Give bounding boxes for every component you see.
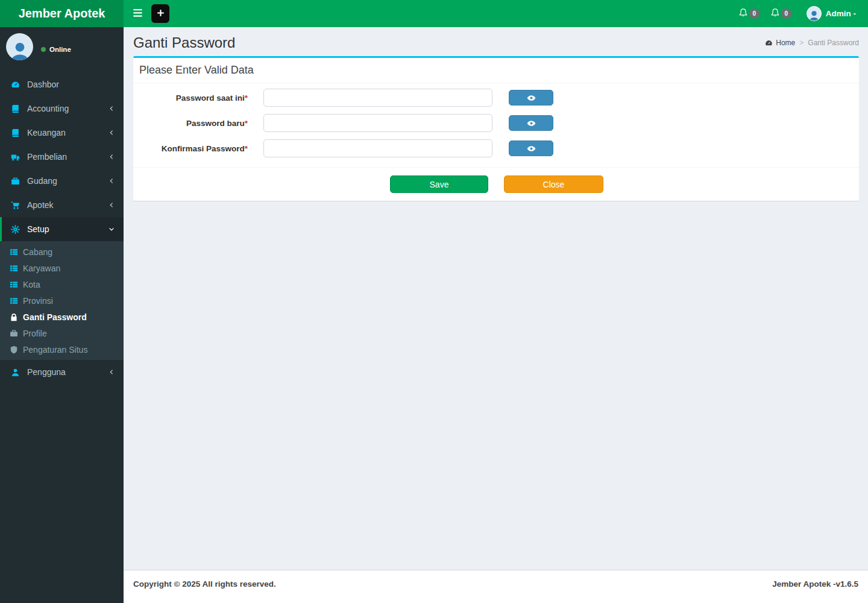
chevron-left-icon	[108, 106, 115, 112]
required-mark: *	[245, 144, 248, 153]
sidebar-item-apotek[interactable]: Apotek	[0, 193, 124, 217]
sidebar-item-label: Setup	[27, 224, 49, 234]
notifications-bell-2[interactable]: 0	[765, 0, 797, 27]
breadcrumb-separator: >	[799, 39, 804, 47]
list-icon	[10, 280, 23, 289]
sidebar-toggle-button[interactable]	[127, 0, 148, 27]
briefcase-icon	[11, 177, 24, 186]
sidebar-item-label: Pembelian	[27, 152, 67, 162]
sidebar-item-keuangan[interactable]: Keuangan	[0, 121, 124, 145]
sidebar-item-setup[interactable]: Setup	[0, 217, 124, 241]
content-header: Ganti Password Home > Ganti Password	[133, 33, 859, 56]
notifications-bell-1[interactable]: 0	[733, 0, 765, 27]
sidebar: Online Dashbor Accounting Keuangan Pembe…	[0, 27, 124, 603]
breadcrumb-home-link[interactable]: Home	[765, 39, 795, 47]
new-password-input[interactable]	[263, 114, 492, 132]
chevron-left-icon	[108, 369, 115, 375]
notification-count-badge: 0	[749, 8, 760, 19]
chevron-left-icon	[108, 154, 115, 160]
sidebar-item-label: Gudang	[27, 176, 57, 186]
sidebar-item-accounting[interactable]: Accounting	[0, 96, 124, 121]
label-text: Password baru	[186, 119, 245, 128]
box-header: Please Enter Valid Data	[133, 58, 859, 83]
bell-icon	[770, 8, 780, 19]
form-row-new-password: Password baru*	[139, 114, 853, 132]
brand-logo[interactable]: Jember Apotek	[0, 0, 124, 27]
sidebar-item-pembelian[interactable]: Pembelian	[0, 145, 124, 169]
user-menu[interactable]: Admin -	[797, 0, 863, 27]
breadcrumb-current: Ganti Password	[808, 39, 859, 47]
required-mark: *	[245, 93, 248, 103]
book-icon	[11, 128, 24, 137]
footer-version: Jember Apotek -v1.6.5	[772, 579, 858, 594]
navbar-right: 0 0 Admin -	[733, 0, 863, 27]
new-password-label: Password baru*	[139, 119, 248, 128]
confirm-password-input[interactable]	[263, 139, 492, 157]
app-window: Jember Apotek 0 0	[0, 0, 868, 603]
cart-icon	[11, 201, 24, 210]
label-text: Konfirmasi Password	[162, 144, 245, 153]
main-header: Jember Apotek 0 0	[0, 0, 868, 27]
bell-icon	[738, 8, 748, 19]
toggle-confirm-password-button[interactable]	[509, 140, 553, 156]
suitcase-icon	[10, 329, 23, 338]
current-password-label: Password saat ini*	[139, 93, 248, 103]
submenu-item-kota[interactable]: Kota	[0, 276, 124, 292]
main-footer: Copyright © 2025 All rights reserved. Je…	[124, 570, 868, 603]
submenu-item-profile[interactable]: Profile	[0, 325, 124, 341]
setup-submenu-container: Cabang Karyawan Kota Provinsi	[0, 241, 124, 360]
chevron-left-icon	[108, 130, 115, 136]
sidebar-item-pengguna[interactable]: Pengguna	[0, 360, 124, 384]
submenu-item-karyawan[interactable]: Karyawan	[0, 260, 124, 276]
submenu-item-label: Provinsi	[23, 296, 53, 306]
list-icon	[10, 297, 23, 305]
shield-icon	[10, 346, 23, 354]
online-status: Online	[41, 39, 71, 60]
sidebar-item-gudang[interactable]: Gudang	[0, 169, 124, 193]
user-name: Admin -	[826, 9, 856, 18]
submenu-item-label: Cabang	[23, 247, 52, 257]
page-title: Ganti Password	[133, 34, 235, 51]
list-icon	[10, 264, 23, 273]
change-password-box: Please Enter Valid Data Password saat in…	[133, 56, 859, 201]
required-mark: *	[245, 119, 248, 128]
toggle-current-password-button[interactable]	[509, 90, 553, 106]
online-status-label: Online	[49, 46, 71, 53]
user-avatar	[6, 33, 33, 60]
confirm-password-label: Konfirmasi Password*	[139, 144, 248, 153]
setup-submenu: Cabang Karyawan Kota Provinsi	[0, 241, 124, 360]
sidebar-item-label: Accounting	[27, 104, 69, 113]
submenu-item-cabang[interactable]: Cabang	[0, 244, 124, 260]
content-wrapper: Ganti Password Home > Ganti Password Ple…	[124, 27, 868, 570]
submenu-item-label: Kota	[23, 280, 40, 289]
eye-icon	[527, 144, 536, 153]
user-avatar	[807, 6, 822, 21]
close-button[interactable]: Close	[504, 175, 603, 193]
submenu-item-provinsi[interactable]: Provinsi	[0, 292, 124, 309]
chevron-left-icon	[108, 202, 115, 208]
submenu-item-pengaturan-situs[interactable]: Pengaturan Situs	[0, 341, 124, 358]
sidebar-user-panel: Online	[0, 27, 124, 66]
submenu-item-label: Pengaturan Situs	[23, 345, 87, 355]
sidebar-item-dashbor[interactable]: Dashbor	[0, 72, 124, 96]
save-button[interactable]: Save	[390, 175, 488, 193]
eye-icon	[527, 119, 536, 128]
label-text: Password saat ini	[176, 93, 245, 103]
plus-icon	[157, 9, 164, 18]
submenu-item-label: Profile	[23, 329, 47, 338]
add-button[interactable]	[151, 4, 169, 23]
hamburger-icon	[133, 9, 142, 19]
user-icon	[11, 368, 24, 377]
sidebar-item-label: Keuangan	[27, 128, 66, 137]
toggle-new-password-button[interactable]	[509, 115, 553, 131]
box-footer: Save Close	[133, 167, 859, 201]
submenu-item-ganti-password[interactable]: Ganti Password	[0, 309, 124, 325]
list-icon	[10, 248, 23, 256]
chevron-left-icon	[108, 178, 115, 184]
footer-copyright: Copyright © 2025 All rights reserved.	[133, 579, 276, 594]
gear-icon	[11, 225, 24, 234]
book-icon	[11, 104, 24, 113]
current-password-input[interactable]	[263, 89, 492, 107]
sidebar-item-label: Dashbor	[27, 80, 59, 89]
gauge-icon	[11, 80, 24, 89]
